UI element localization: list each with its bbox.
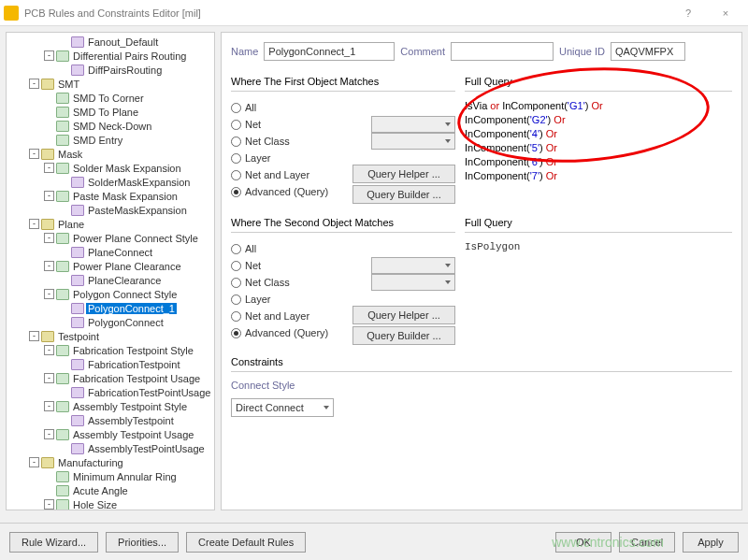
- query1-text[interactable]: IsVia or InComponent('G1') OrInComponent…: [465, 99, 732, 183]
- tree-toggle-icon[interactable]: -: [44, 261, 54, 271]
- tree-node[interactable]: -Mask: [7, 147, 214, 161]
- tree-toggle-icon[interactable]: -: [29, 149, 39, 159]
- tree-node[interactable]: AssemblyTestpoint: [7, 413, 214, 427]
- name-input[interactable]: [264, 42, 395, 61]
- folder-icon: [41, 79, 54, 90]
- priorities-button[interactable]: Priorities...: [106, 532, 179, 553]
- tree-label: PolygonConnect: [86, 317, 165, 328]
- help-button[interactable]: ?: [669, 1, 707, 25]
- tree-node[interactable]: PasteMaskExpansion: [7, 203, 214, 217]
- folder-icon: [41, 331, 54, 342]
- tree-node[interactable]: -Assembly Testpoint Style: [7, 399, 214, 413]
- tree-toggle-icon[interactable]: -: [44, 345, 54, 355]
- tree-node[interactable]: SMD Entry: [7, 133, 214, 147]
- tree-toggle-icon[interactable]: -: [44, 401, 54, 411]
- tree-toggle-icon[interactable]: -: [29, 79, 39, 89]
- tree-toggle-icon[interactable]: -: [44, 233, 54, 243]
- radio-label: Advanced (Query): [245, 327, 328, 338]
- leaf-icon: [71, 443, 84, 454]
- tree-toggle-icon[interactable]: -: [29, 219, 39, 229]
- tree-label: Mask: [56, 149, 84, 160]
- tree-node[interactable]: SMD Neck-Down: [7, 119, 214, 133]
- close-button[interactable]: ×: [707, 1, 744, 25]
- tree-node[interactable]: DiffPairsRouting: [7, 63, 214, 77]
- rule-wizard-button[interactable]: Rule Wizard...: [9, 532, 98, 553]
- match-combo[interactable]: [371, 116, 455, 133]
- cancel-button[interactable]: Cancel: [619, 532, 675, 553]
- tree-node[interactable]: -Assembly Testpoint Usage: [7, 427, 214, 441]
- radio-label: Net: [245, 119, 261, 130]
- tree-label: Testpoint: [56, 331, 101, 342]
- match2-option[interactable]: Net Class: [231, 274, 455, 291]
- tree-node[interactable]: -Fabrication Testpoint Usage: [7, 371, 214, 385]
- match2-option[interactable]: All: [231, 240, 455, 257]
- tree-toggle-icon[interactable]: -: [29, 457, 39, 467]
- constraints-title: Constraints: [231, 356, 732, 367]
- tree-node[interactable]: -Paste Mask Expansion: [7, 189, 214, 203]
- tree-label: AssemblyTestpoint: [86, 415, 176, 426]
- tree-label: SMD To Corner: [71, 93, 146, 104]
- tree-node[interactable]: Fanout_Default: [7, 35, 214, 49]
- tree-node[interactable]: AssemblyTestPointUsage: [7, 441, 214, 455]
- match-combo[interactable]: [371, 133, 455, 150]
- tree-node[interactable]: Acute Angle: [7, 483, 214, 497]
- tree-toggle-icon[interactable]: -: [29, 331, 39, 341]
- query-helper-button[interactable]: Query Helper ...: [352, 306, 455, 324]
- query2-text[interactable]: IsPolygon: [465, 240, 732, 254]
- connect-style-select[interactable]: Direct Connect: [231, 398, 334, 417]
- query-helper-button[interactable]: Query Helper ...: [352, 165, 455, 183]
- leaf-icon: [71, 387, 84, 398]
- tree-node[interactable]: -Power Plane Connect Style: [7, 231, 214, 245]
- tree-node[interactable]: -Differential Pairs Routing: [7, 49, 214, 63]
- tree-label: FabricationTestPointUsage: [86, 387, 212, 398]
- radio-icon: [231, 153, 241, 164]
- tree-node[interactable]: Minimum Annular Ring: [7, 469, 214, 483]
- tree-node[interactable]: -Plane: [7, 217, 214, 231]
- tree-node[interactable]: -Testpoint: [7, 329, 214, 343]
- query-builder-button[interactable]: Query Builder ...: [352, 185, 455, 204]
- tree-node[interactable]: -Fabrication Testpoint Style: [7, 343, 214, 357]
- tree-toggle-icon[interactable]: -: [44, 163, 54, 173]
- tree-node[interactable]: FabricationTestPointUsage: [7, 385, 214, 399]
- tree-node[interactable]: -Hole Size: [7, 497, 214, 510]
- tree-node[interactable]: -SMT: [7, 77, 214, 91]
- tree-node[interactable]: FabricationTestpoint: [7, 357, 214, 371]
- tree-toggle-icon[interactable]: -: [44, 499, 54, 510]
- leaf-icon: [71, 65, 84, 76]
- tree-toggle-icon[interactable]: -: [44, 191, 54, 201]
- tree-label: DiffPairsRouting: [86, 65, 164, 76]
- create-default-rules-button[interactable]: Create Default Rules: [186, 532, 306, 553]
- match1-option[interactable]: Net Class: [231, 133, 455, 150]
- uid-input[interactable]: [611, 42, 685, 61]
- tree-node[interactable]: SMD To Corner: [7, 91, 214, 105]
- tree-toggle-icon[interactable]: -: [44, 50, 54, 61]
- match1-title: Where The First Object Matches: [231, 76, 455, 87]
- tree-toggle-icon[interactable]: -: [44, 429, 54, 439]
- tree-toggle-icon[interactable]: -: [44, 373, 54, 383]
- uid-label: Unique ID: [559, 46, 605, 57]
- tree-node[interactable]: PlaneConnect: [7, 245, 214, 259]
- comment-input[interactable]: [451, 42, 554, 61]
- leaf-icon: [71, 275, 84, 286]
- tree-node[interactable]: SolderMaskExpansion: [7, 175, 214, 189]
- tree-node[interactable]: PolygonConnect: [7, 315, 214, 329]
- match-combo[interactable]: [371, 274, 455, 291]
- tree-node[interactable]: PlaneClearance: [7, 273, 214, 287]
- match1-option[interactable]: All: [231, 99, 455, 116]
- tree-node[interactable]: -Power Plane Clearance: [7, 259, 214, 273]
- tree-node[interactable]: PolygonConnect_1: [7, 301, 214, 315]
- query-builder-button[interactable]: Query Builder ...: [352, 326, 455, 345]
- tree-node[interactable]: -Polygon Connect Style: [7, 287, 214, 301]
- folder-icon: [41, 149, 54, 160]
- rule-tree[interactable]: Fanout_Default-Differential Pairs Routin…: [6, 32, 215, 510]
- tree-toggle-icon[interactable]: -: [44, 289, 54, 299]
- match1-option[interactable]: Net: [231, 116, 455, 133]
- apply-button[interactable]: Apply: [683, 532, 739, 553]
- match2-option[interactable]: Net: [231, 257, 455, 274]
- match-combo[interactable]: [371, 257, 455, 274]
- tree-label: Minimum Annular Ring: [71, 471, 179, 482]
- tree-node[interactable]: -Solder Mask Expansion: [7, 161, 214, 175]
- tree-node[interactable]: SMD To Plane: [7, 105, 214, 119]
- tree-node[interactable]: -Manufacturing: [7, 455, 214, 469]
- ok-button[interactable]: OK: [555, 532, 611, 553]
